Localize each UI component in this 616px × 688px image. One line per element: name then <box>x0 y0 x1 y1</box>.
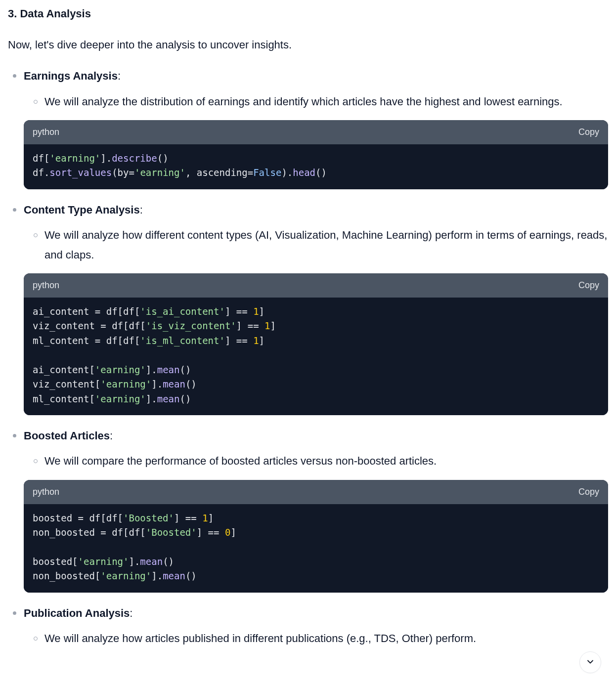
code-content: ai_content = df[df['is_ai_content'] == 1… <box>24 298 608 415</box>
item-heading: Boosted Articles: <box>24 427 608 444</box>
item-heading: Earnings Analysis: <box>24 67 608 85</box>
code-language-label: python <box>33 485 59 499</box>
item-title: Boosted Articles <box>24 430 110 442</box>
section-title: Data Analysis <box>20 7 90 20</box>
code-block: pythonCopyai_content = df[df['is_ai_cont… <box>24 273 608 415</box>
code-header: pythonCopy <box>24 273 608 298</box>
item-heading: Content Type Analysis: <box>24 201 608 218</box>
code-language-label: python <box>33 278 59 293</box>
copy-button[interactable]: Copy <box>578 127 599 137</box>
item-colon: : <box>118 70 121 82</box>
item-description: We will analyze how different content ty… <box>44 225 608 264</box>
item-description: We will compare the performance of boost… <box>44 451 608 471</box>
item-description: We will analyze how articles published i… <box>44 629 608 648</box>
list-item: Boosted Articles:We will compare the per… <box>24 427 608 593</box>
section-number: 3. <box>8 7 17 20</box>
scroll-down-button[interactable] <box>579 651 601 658</box>
list-item: Publication Analysis:We will analyze how… <box>24 604 608 648</box>
item-title: Content Type Analysis <box>24 204 140 216</box>
code-block: pythonCopyboosted = df[df['Boosted'] == … <box>24 480 608 593</box>
code-content: df['earning'].describe() df.sort_values(… <box>24 144 608 189</box>
sub-list: We will analyze how articles published i… <box>24 629 608 648</box>
item-title: Earnings Analysis <box>24 70 118 82</box>
sub-list: We will compare the performance of boost… <box>24 451 608 471</box>
analysis-list: Earnings Analysis:We will analyze the di… <box>8 67 608 648</box>
code-content: boosted = df[df['Boosted'] == 1] non_boo… <box>24 504 608 593</box>
intro-paragraph: Now, let's dive deeper into the analysis… <box>8 36 608 53</box>
list-item: Earnings Analysis:We will analyze the di… <box>24 67 608 189</box>
sub-list: We will analyze the distribution of earn… <box>24 92 608 112</box>
code-language-label: python <box>33 125 59 139</box>
list-item: Content Type Analysis:We will analyze ho… <box>24 201 608 415</box>
section-heading: 3. Data Analysis <box>8 5 608 22</box>
copy-button[interactable]: Copy <box>578 487 599 497</box>
item-heading: Publication Analysis: <box>24 604 608 622</box>
code-block: pythonCopydf['earning'].describe() df.so… <box>24 120 608 189</box>
item-title: Publication Analysis <box>24 607 130 619</box>
code-header: pythonCopy <box>24 480 608 504</box>
item-description: We will analyze the distribution of earn… <box>44 92 608 112</box>
item-colon: : <box>130 607 132 619</box>
item-colon: : <box>140 204 143 216</box>
sub-list: We will analyze how different content ty… <box>24 225 608 264</box>
item-colon: : <box>110 430 113 442</box>
code-header: pythonCopy <box>24 120 608 144</box>
copy-button[interactable]: Copy <box>578 280 599 291</box>
chevron-down-icon <box>585 657 595 658</box>
